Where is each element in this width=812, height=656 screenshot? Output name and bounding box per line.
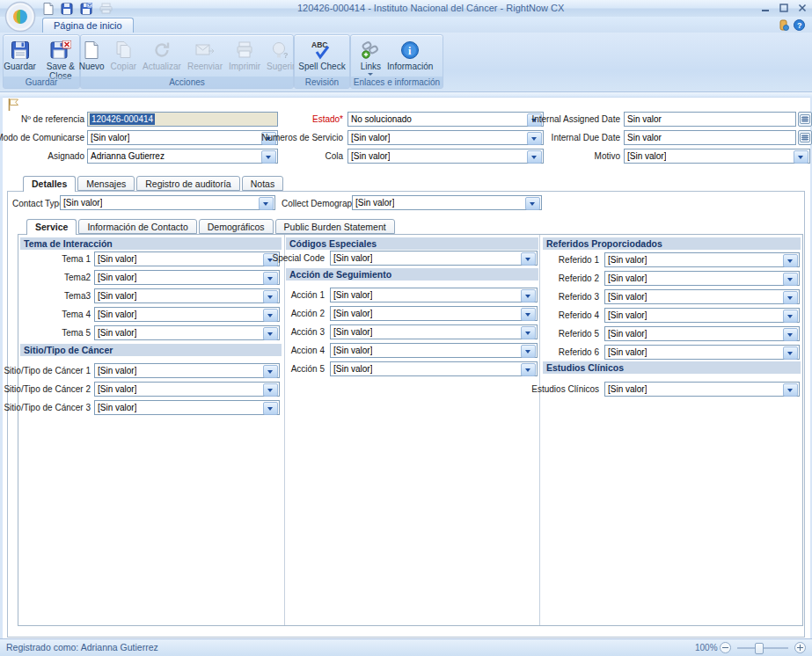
dropdown-arrow-icon[interactable] [783, 273, 798, 286]
accion-5-select[interactable]: [Sin valor] [330, 361, 538, 376]
referido-2-label: Referido 2 [559, 273, 599, 283]
internal-due-date-field[interactable]: Sin valor [624, 130, 796, 145]
quick-save-as-icon[interactable] [79, 2, 93, 15]
tab-informacion-de-contacto[interactable]: Información de Contacto [78, 219, 196, 234]
zoom-in-button[interactable] [794, 642, 806, 653]
dropdown-arrow-icon[interactable] [783, 328, 798, 341]
zoom-slider-handle[interactable] [755, 643, 764, 654]
dropdown-arrow-icon[interactable] [263, 309, 278, 322]
dropdown-arrow-icon[interactable] [527, 150, 542, 164]
guardar-button[interactable]: Guardar [1, 38, 39, 72]
minimize-button[interactable] [759, 2, 771, 13]
tema-5-select[interactable]: [Sin valor] [94, 325, 280, 340]
dropdown-arrow-icon[interactable] [263, 365, 278, 378]
accion-3-select[interactable]: [Sin valor] [330, 324, 538, 339]
tab-demograficos[interactable]: Demográficos [199, 219, 274, 234]
column-divider [284, 235, 285, 625]
numeros-servicio-select[interactable]: [Sin valor] [347, 130, 544, 145]
dropdown-arrow-icon[interactable] [521, 289, 536, 302]
modo-label: Modo de Comunicarse [0, 133, 84, 142]
sitio-tipo-cancer-2-select[interactable]: [Sin valor] [94, 382, 280, 397]
save-and-close-button[interactable]: Save & Close [40, 38, 82, 82]
nuevo-button[interactable]: Nuevo [77, 38, 107, 72]
accion-5-label: Acción 5 [291, 364, 325, 374]
dropdown-arrow-icon[interactable] [261, 150, 276, 164]
tema-4-select[interactable]: [Sin valor] [94, 307, 280, 322]
tab-pagina-de-inicio[interactable]: Página de inicio [42, 18, 134, 33]
reference-number-field[interactable]: 120426-000414 [87, 112, 278, 127]
dropdown-arrow-icon[interactable] [521, 308, 536, 321]
collect-demographics-select[interactable]: [Sin valor] [352, 195, 542, 210]
internal-assigned-date-field[interactable]: Sin valor [624, 112, 796, 127]
dropdown-arrow-icon[interactable] [259, 197, 274, 210]
sitio-tipo-cancer-1-select[interactable]: [Sin valor] [94, 363, 280, 378]
dropdown-arrow-icon[interactable] [263, 402, 278, 415]
dropdown-arrow-icon[interactable] [783, 310, 798, 323]
tema-1-select[interactable]: [Sin valor] [94, 251, 280, 266]
tab-detalles[interactable]: Detalles [23, 176, 76, 192]
flag-icon[interactable] [7, 98, 20, 115]
spellcheck-icon: ABC [311, 39, 333, 61]
special-code-label: Special Code [273, 253, 325, 263]
tema-3-select[interactable]: [Sin valor] [94, 288, 280, 303]
spell-check-button[interactable]: ABC Spell Check [296, 38, 347, 72]
dropdown-arrow-icon[interactable] [521, 345, 536, 358]
links-button[interactable]: Links [358, 38, 384, 77]
maximize-button[interactable] [778, 2, 789, 13]
accion-2-select[interactable]: [Sin valor] [330, 306, 538, 321]
group-caption-acciones: Acciones [81, 77, 293, 88]
dropdown-arrow-icon[interactable] [521, 326, 536, 339]
cola-select[interactable]: [Sin valor] [347, 149, 544, 164]
referido-6-select[interactable]: [Sin valor] [604, 345, 800, 360]
application-menu-button[interactable] [4, 1, 36, 33]
referido-2-select[interactable]: [Sin valor] [604, 271, 800, 286]
dropdown-arrow-icon[interactable] [783, 254, 798, 267]
referido-5-select[interactable]: [Sin valor] [604, 326, 800, 341]
close-button[interactable] [796, 2, 808, 13]
quick-save-icon[interactable] [60, 2, 74, 15]
sugerir-button: ? Sugerir [264, 38, 297, 72]
section-header-estudios: Estudios Clínicos [543, 361, 801, 374]
zoom-out-button[interactable] [720, 642, 731, 653]
modo-comunicarse-select[interactable]: [Sin valor] [87, 130, 278, 145]
referido-4-select[interactable]: [Sin valor] [604, 308, 800, 323]
internal-assigned-date-calendar-button[interactable] [798, 112, 812, 127]
dropdown-arrow-icon[interactable] [521, 363, 536, 376]
asignado-select[interactable]: Adrianna Gutierrez [87, 149, 278, 164]
internal-due-date-calendar-button[interactable] [798, 130, 812, 145]
special-code-select[interactable]: [Sin valor] [330, 251, 538, 266]
contact-type-select[interactable]: [Sin valor] [60, 195, 275, 210]
dropdown-arrow-icon[interactable] [783, 383, 798, 397]
informacion-button[interactable]: i Información [384, 38, 435, 72]
dropdown-arrow-icon[interactable] [794, 150, 808, 164]
dropdown-arrow-icon[interactable] [527, 132, 542, 145]
tab-public-burden-statement[interactable]: Public Burden Statement [275, 219, 395, 234]
dropdown-arrow-icon[interactable] [263, 272, 278, 285]
tab-notas[interactable]: Notas [242, 176, 283, 191]
referido-5-label: Referido 5 [559, 329, 599, 339]
quick-new-document-icon[interactable] [40, 2, 55, 15]
dropdown-arrow-icon[interactable] [263, 327, 278, 340]
referido-3-select[interactable]: [Sin valor] [604, 289, 800, 304]
accion-4-select[interactable]: [Sin valor] [330, 343, 538, 358]
cola-label: Cola [325, 151, 343, 161]
accion-1-select[interactable]: [Sin valor] [330, 288, 538, 302]
estudios-clinicos-select[interactable]: [Sin valor] [604, 382, 800, 397]
motivo-select[interactable]: [Sin valor] [624, 149, 810, 164]
dropdown-arrow-icon[interactable] [521, 252, 536, 266]
tema-2-select[interactable]: [Sin valor] [94, 270, 280, 285]
dropdown-arrow-icon[interactable] [525, 197, 540, 210]
tab-registro-de-auditoria[interactable]: Registro de auditoría [136, 176, 239, 191]
sitio-tipo-cancer-3-select[interactable]: [Sin valor] [94, 400, 280, 415]
dropdown-arrow-icon[interactable] [263, 383, 278, 397]
dropdown-arrow-icon[interactable] [783, 346, 798, 360]
actualizar-button: Actualizar [140, 38, 184, 72]
referido-1-select[interactable]: [Sin valor] [604, 252, 800, 267]
tema-3-label: Tema3 [64, 291, 91, 301]
dropdown-arrow-icon[interactable] [783, 291, 798, 304]
estado-select[interactable]: No solucionado [347, 112, 544, 127]
dropdown-arrow-icon[interactable] [263, 290, 278, 303]
tab-mensajes[interactable]: Mensajes [77, 176, 135, 191]
quick-print-icon [99, 2, 113, 15]
tab-service[interactable]: Service [26, 219, 77, 235]
